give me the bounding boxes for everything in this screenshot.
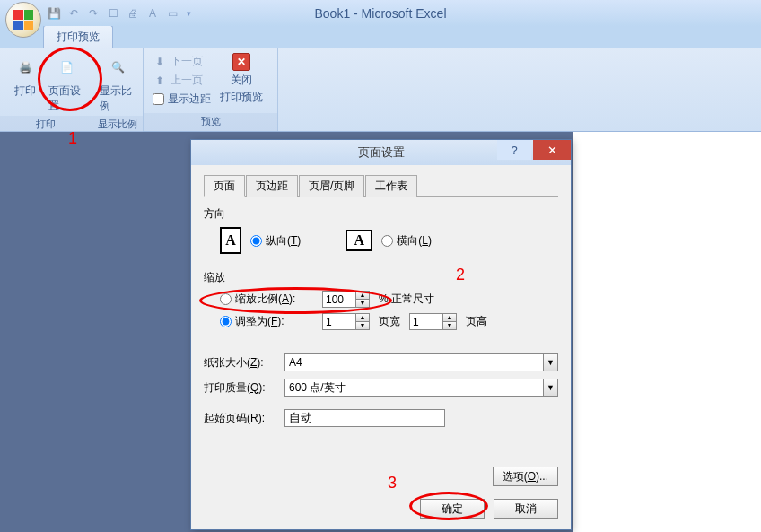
- fit-tall-suffix: 页高: [466, 314, 487, 329]
- fit-wide-input[interactable]: [323, 314, 355, 329]
- dialog-close-button[interactable]: ✕: [533, 140, 571, 160]
- page-setup-label: 页面设置: [48, 83, 84, 114]
- adjust-to-radio-input[interactable]: [220, 293, 232, 305]
- tab-page[interactable]: 页面: [204, 175, 245, 197]
- fit-tall-spinner[interactable]: ▲▼: [409, 313, 457, 330]
- print-quality-label: 打印质量(Q):: [204, 380, 277, 396]
- group-print-label: 打印: [0, 116, 92, 134]
- qat-icon-7[interactable]: ▭: [165, 6, 179, 21]
- tab-margins[interactable]: 页边距: [246, 175, 298, 197]
- page-setup-dialog: 页面设置 ? ✕ 页面 页边距 页眉/页脚 工作表 方向 A 纵向(T) A 横…: [190, 139, 572, 530]
- group-preview-label: 预览: [144, 113, 277, 131]
- dialog-titlebar[interactable]: 页面设置 ? ✕: [191, 140, 571, 165]
- zoom-button[interactable]: 🔍 显示比例: [98, 51, 137, 116]
- magnifier-icon: 🔍: [103, 53, 132, 82]
- paper-size-combo[interactable]: ▼: [284, 353, 558, 371]
- titlebar: 💾 ↶ ↷ ☐ 🖨 A ▭ ▾ Book1 - Microsoft Excel: [0, 0, 761, 26]
- first-page-input[interactable]: [284, 409, 445, 427]
- ribbon-group-preview: ⬇ 下一页 ⬆ 上一页 显示边距 ✕ 关闭 打印预览 预览: [144, 48, 278, 131]
- close-preview-button[interactable]: ✕ 关闭 打印预览: [216, 51, 267, 107]
- qat-icon-5[interactable]: 🖨: [126, 6, 140, 21]
- qat-icon-6[interactable]: A: [145, 6, 160, 21]
- group-zoom-label: 显示比例: [92, 116, 143, 134]
- next-page-label: 下一页: [171, 54, 203, 69]
- dialog-tabs: 页面 页边距 页眉/页脚 工作表: [204, 174, 558, 197]
- orientation-label: 方向: [204, 206, 558, 222]
- show-margins-checkbox[interactable]: 显示边距: [149, 91, 214, 108]
- save-icon[interactable]: 💾: [47, 6, 61, 21]
- page-setup-icon: 📄: [52, 53, 81, 82]
- landscape-icon: A: [346, 230, 372, 251]
- fit-to-radio[interactable]: 调整为(F):: [220, 314, 313, 329]
- print-quality-combo[interactable]: ▼: [284, 379, 558, 397]
- portrait-icon: A: [220, 227, 241, 254]
- page-setup-button[interactable]: 📄 页面设置: [47, 51, 86, 116]
- tab-print-preview[interactable]: 打印预览: [43, 25, 113, 48]
- dialog-help-button[interactable]: ?: [497, 140, 531, 160]
- qat-dropdown-icon[interactable]: ▾: [185, 6, 192, 21]
- first-page-label: 起始页码(R):: [204, 411, 277, 426]
- fit-wide-spinner[interactable]: ▲▼: [322, 313, 370, 330]
- tab-header-footer[interactable]: 页眉/页脚: [299, 175, 364, 197]
- ribbon-tabs: 打印预览: [0, 26, 761, 48]
- close-preview-label1: 关闭: [231, 73, 252, 88]
- adjust-to-radio[interactable]: 缩放比例(A):: [220, 292, 313, 307]
- close-preview-label2: 打印预览: [220, 90, 263, 105]
- close-icon: ✕: [232, 53, 250, 71]
- fit-wide-suffix: 页宽: [379, 314, 400, 329]
- paper-size-label: 纸张大小(Z):: [204, 355, 277, 371]
- prev-page-label: 上一页: [171, 73, 203, 88]
- zoom-label: 显示比例: [100, 83, 136, 114]
- ribbon-group-zoom: 🔍 显示比例 显示比例: [92, 48, 144, 131]
- spin-down-icon[interactable]: ▼: [356, 322, 369, 329]
- tab-sheet[interactable]: 工作表: [365, 175, 417, 197]
- show-margins-label: 显示边距: [168, 92, 211, 107]
- prev-page-button[interactable]: ⬆ 上一页: [149, 72, 214, 89]
- printer-icon: 🖨️: [11, 53, 39, 82]
- undo-icon[interactable]: ↶: [66, 6, 81, 21]
- print-button[interactable]: 🖨️ 打印: [5, 51, 45, 100]
- chevron-down-icon[interactable]: ▼: [543, 379, 557, 396]
- spin-down-icon[interactable]: ▼: [356, 300, 369, 307]
- fit-to-radio-input[interactable]: [220, 316, 232, 327]
- print-quality-input[interactable]: [285, 379, 543, 396]
- spin-up-icon[interactable]: ▲: [356, 292, 369, 300]
- landscape-radio[interactable]: 横向(L): [381, 233, 432, 249]
- spin-up-icon[interactable]: ▲: [443, 314, 456, 322]
- arrow-down-icon: ⬇: [153, 55, 167, 69]
- ribbon-group-print: 🖨️ 打印 📄 页面设置 打印: [0, 48, 92, 131]
- cancel-button[interactable]: 取消: [494, 499, 558, 519]
- spin-down-icon[interactable]: ▼: [443, 322, 456, 329]
- preview-area-right: [572, 132, 761, 532]
- redo-icon[interactable]: ↷: [86, 6, 101, 21]
- next-page-button[interactable]: ⬇ 下一页: [149, 53, 214, 70]
- print-label: 打印: [14, 83, 36, 99]
- options-button[interactable]: 选项(O)...: [493, 467, 558, 486]
- adjust-suffix: % 正常尺寸: [379, 292, 434, 307]
- arrow-up-icon: ⬆: [153, 74, 167, 88]
- landscape-radio-input[interactable]: [381, 235, 393, 247]
- portrait-radio-input[interactable]: [250, 235, 262, 247]
- office-logo-icon: [13, 10, 33, 30]
- scaling-label: 缩放: [204, 270, 558, 285]
- qat-icon-4[interactable]: ☐: [106, 6, 120, 21]
- chevron-down-icon[interactable]: ▼: [543, 354, 557, 371]
- ok-button[interactable]: 确定: [420, 499, 485, 519]
- portrait-radio[interactable]: 纵向(T): [250, 233, 301, 249]
- adjust-to-input[interactable]: [323, 292, 355, 307]
- quick-access-toolbar: 💾 ↶ ↷ ☐ 🖨 A ▭ ▾: [47, 6, 192, 21]
- dialog-title: 页面设置: [358, 144, 405, 161]
- spin-up-icon[interactable]: ▲: [356, 314, 369, 322]
- paper-size-input[interactable]: [285, 354, 543, 371]
- show-margins-input[interactable]: [153, 93, 164, 105]
- ribbon: 🖨️ 打印 📄 页面设置 打印 🔍 显示比例 显示比例 ⬇ 下一页: [0, 48, 761, 132]
- adjust-to-spinner[interactable]: ▲▼: [322, 291, 370, 308]
- office-button[interactable]: [5, 2, 41, 38]
- fit-tall-input[interactable]: [410, 314, 442, 329]
